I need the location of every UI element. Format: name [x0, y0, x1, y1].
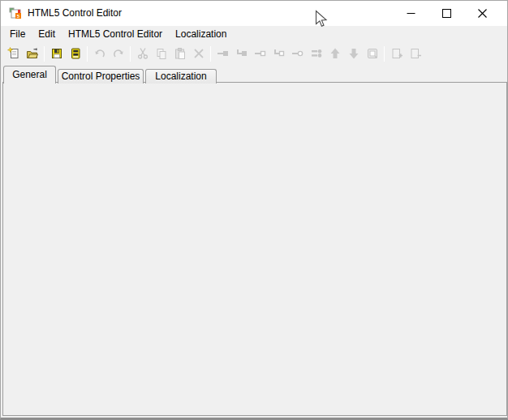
paste-icon	[170, 45, 189, 63]
menu-file[interactable]: File	[3, 26, 32, 42]
save-icon[interactable]	[47, 45, 66, 63]
minimize-button[interactable]	[393, 1, 428, 25]
add-localization-icon	[387, 45, 406, 63]
redo-icon	[109, 45, 127, 63]
maximize-button[interactable]	[428, 1, 464, 25]
tab-control-properties[interactable]: Control Properties	[58, 69, 144, 84]
toolbar-separator	[44, 46, 45, 62]
delete-icon	[189, 45, 208, 63]
open-icon[interactable]	[23, 45, 41, 63]
remove-localization-icon	[406, 45, 424, 63]
title-bar: 5 HTML5 Control Editor	[1, 1, 507, 26]
toolbar-separator	[130, 46, 131, 62]
toolbar-separator	[210, 46, 211, 62]
toolbar-separator	[384, 46, 385, 62]
tab-strip: General Control Properties Localization	[3, 66, 218, 84]
toolbar-separator	[87, 46, 88, 62]
connect-elbow-open-icon	[269, 45, 288, 63]
connect-open-icon	[251, 45, 269, 63]
tab-general[interactable]: General	[3, 66, 56, 84]
new-icon[interactable]	[4, 45, 23, 63]
tab-localization[interactable]: Localization	[145, 69, 217, 84]
toolbar	[1, 42, 507, 65]
tab-page-general	[2, 82, 507, 416]
menu-edit[interactable]: Edit	[32, 26, 62, 42]
connect-circle-icon	[288, 45, 307, 63]
move-up-icon	[325, 45, 344, 63]
bind-properties-icon	[307, 45, 325, 63]
app-icon: 5	[9, 6, 22, 19]
save-all-icon[interactable]	[66, 45, 84, 63]
menu-html5-control-editor[interactable]: HTML5 Control Editor	[62, 26, 169, 42]
menu-bar: File Edit HTML5 Control Editor Localizat…	[1, 26, 507, 42]
undo-icon	[90, 45, 109, 63]
connect-filled-icon	[213, 45, 232, 63]
window-title: HTML5 Control Editor	[28, 1, 122, 26]
maximize-icon	[442, 9, 451, 18]
copy-icon	[152, 45, 170, 63]
app-window: 5 HTML5 Control Editor File Edit HTML5 C…	[0, 0, 508, 420]
cut-icon	[133, 45, 152, 63]
minimize-icon	[407, 9, 415, 18]
export-icon	[363, 45, 381, 63]
menu-localization[interactable]: Localization	[169, 26, 233, 42]
close-button[interactable]	[464, 1, 500, 25]
move-down-icon	[344, 45, 363, 63]
connect-elbow-filled-icon	[232, 45, 251, 63]
close-icon	[478, 9, 487, 18]
